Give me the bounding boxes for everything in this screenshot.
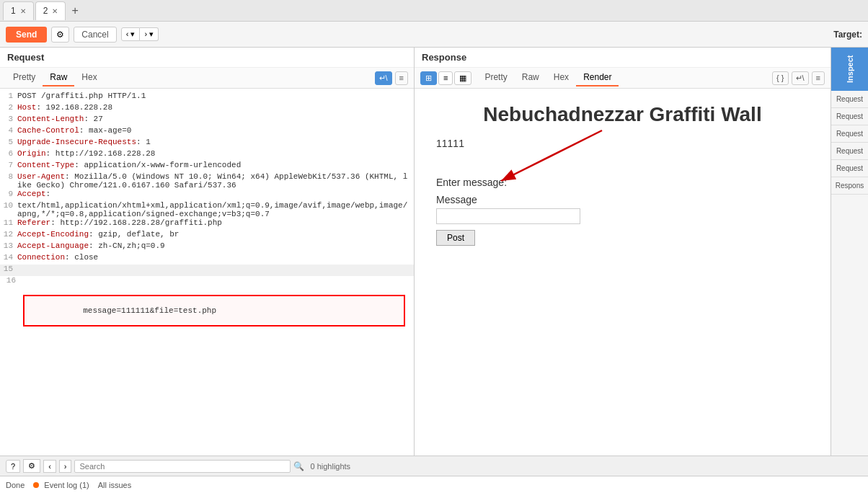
settings-button[interactable]: ⚙	[23, 459, 40, 473]
code-line-12: 12 Accept-Encoding: gzip, deflate, br	[0, 230, 414, 241]
list-view-button[interactable]: ≡	[438, 71, 453, 85]
sidebar-item-request-5[interactable]: Request	[831, 160, 868, 177]
menu-icon[interactable]: ≡	[395, 71, 408, 85]
main-content: Request Pretty Raw Hex ↵\ ≡ 1 POST /graf…	[0, 48, 868, 456]
help-button[interactable]: ?	[6, 460, 20, 473]
response-tab-hex[interactable]: Hex	[546, 69, 576, 86]
sidebar-item-response[interactable]: Respons	[831, 177, 868, 195]
gear-button[interactable]: ⚙	[51, 27, 69, 43]
target-label: Target:	[833, 30, 862, 40]
toolbar: Send ⚙ Cancel ‹ ▾ › ▾ Target:	[0, 22, 868, 48]
post-button[interactable]: Post	[436, 230, 475, 246]
response-panel: Response ⊞ ≡ ▦ Pretty Raw Hex Render { }…	[415, 48, 831, 456]
code-line-1: 1 POST /graffiti.php HTTP/1.1	[0, 92, 414, 103]
response-tab-icons: { } ↵\ ≡	[772, 71, 825, 85]
wrap-icon[interactable]: ↵\	[375, 71, 392, 85]
code-line-13: 13 Accept-Language: zh-CN,zh;q=0.9	[0, 241, 414, 253]
event-dot	[33, 482, 39, 488]
tab-1[interactable]: 1 ✕	[3, 1, 34, 20]
tab-hex[interactable]: Hex	[74, 69, 104, 86]
tab-1-close[interactable]: ✕	[20, 7, 26, 15]
done-status: Done	[6, 481, 25, 489]
sidebar-item-request-4[interactable]: Request	[831, 143, 868, 160]
code-line-4: 4 Cache-Control: max-age=0	[0, 126, 414, 138]
response-newline-icon[interactable]: ↵\	[792, 71, 809, 85]
search-icon: 🔍	[293, 461, 304, 471]
code-line-3: 3 Content-Length: 27	[0, 115, 414, 126]
right-sidebar: Inspect Request Request Request Request …	[831, 48, 868, 456]
target-area: Target:	[833, 30, 862, 40]
tab-pretty[interactable]: Pretty	[6, 69, 43, 86]
sidebar-item-request-3[interactable]: Request	[831, 125, 868, 143]
request-tab-icons: ↵\ ≡	[375, 71, 408, 85]
code-line-14: 14 Connection: close	[0, 253, 414, 265]
send-button[interactable]: Send	[6, 27, 47, 43]
all-issues[interactable]: All issues	[98, 481, 131, 489]
sidebar-item-request-2[interactable]: Request	[831, 108, 868, 125]
arrow-graphic	[458, 123, 616, 195]
response-wrap-icon[interactable]: { }	[772, 71, 788, 85]
message-label: Message	[436, 194, 809, 205]
response-tab-pretty[interactable]: Pretty	[477, 69, 514, 86]
rendered-content: Nebuchadnezzar Graffiti Wall 11111 Enter	[415, 89, 831, 456]
response-view-icons: ⊞ ≡ ▦	[420, 71, 471, 85]
forward-button[interactable]: › ▾	[140, 27, 159, 41]
bottom-back-button[interactable]: ‹	[43, 460, 56, 473]
code-line-7: 7 Content-Type: application/x-www-form-u…	[0, 161, 414, 172]
highlighted-payload: message=111111&file=test.php	[23, 295, 405, 327]
code-line-2: 2 Host: 192.168.228.28	[0, 103, 414, 115]
response-menu-icon[interactable]: ≡	[812, 71, 825, 85]
search-input[interactable]	[74, 460, 291, 473]
bottom-bar: ? ⚙ ‹ › 🔍 0 highlights	[0, 456, 868, 476]
response-tab-row: ⊞ ≡ ▦ Pretty Raw Hex Render { } ↵\ ≡	[415, 68, 831, 89]
message-input[interactable]	[436, 208, 580, 224]
sidebar-item-request-1[interactable]: Request	[831, 91, 868, 108]
response-tab-render[interactable]: Render	[576, 69, 619, 86]
code-line-9: 9 Accept:	[0, 190, 414, 201]
grid-view-button[interactable]: ⊞	[420, 71, 437, 85]
code-line-5: 5 Upgrade-Insecure-Requests: 1	[0, 138, 414, 149]
back-button[interactable]: ‹ ▾	[121, 27, 141, 41]
code-line-10: 10 text/html,application/xhtml+xml,appli…	[0, 201, 414, 218]
tab-bar: 1 ✕ 2 ✕ +	[0, 0, 868, 22]
bottom-forward-button[interactable]: ›	[59, 460, 72, 473]
code-line-11: 11 Referer: http://192.168.228.28/graffi…	[0, 218, 414, 230]
compact-view-button[interactable]: ▦	[454, 71, 471, 85]
tab-2[interactable]: 2 ✕	[35, 1, 66, 20]
code-line-16: 16 message=111111&file=test.php	[0, 276, 414, 345]
response-title: Response	[415, 48, 831, 68]
add-tab-button[interactable]: +	[67, 4, 82, 17]
cancel-button[interactable]: Cancel	[74, 27, 116, 43]
event-log[interactable]: Event log (1)	[33, 481, 89, 489]
request-panel: Request Pretty Raw Hex ↵\ ≡ 1 POST /graf…	[0, 48, 415, 456]
tab-raw[interactable]: Raw	[43, 69, 74, 86]
svg-line-1	[501, 130, 602, 181]
nav-buttons: ‹ ▾ › ▾	[121, 27, 159, 41]
request-code-area[interactable]: 1 POST /graffiti.php HTTP/1.1 2 Host: 19…	[0, 89, 414, 456]
inspect-label: Inspect	[831, 48, 868, 91]
response-tab-raw[interactable]: Raw	[515, 69, 546, 86]
code-line-6: 6 Origin: http://192.168.228.28	[0, 149, 414, 161]
status-bar: Done Event log (1) All issues	[0, 476, 868, 493]
request-title: Request	[0, 48, 414, 68]
code-line-15: 15	[0, 265, 414, 276]
highlights-label: 0 highlights	[310, 462, 350, 471]
tab-2-label: 2	[43, 6, 48, 16]
request-tab-row: Pretty Raw Hex ↵\ ≡	[0, 68, 414, 89]
tab-1-label: 1	[11, 6, 16, 16]
payload-text: message=111111&file=test.php	[83, 306, 216, 315]
code-line-8: 8 User-Agent: Mozilla/5.0 (Windows NT 10…	[0, 172, 414, 190]
tab-2-close[interactable]: ✕	[52, 7, 58, 15]
